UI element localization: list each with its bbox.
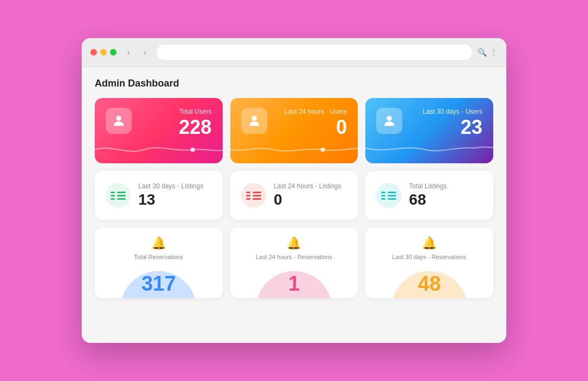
white-card-value: 0: [274, 191, 341, 208]
card-value: 23: [422, 118, 482, 137]
list-lines: [111, 192, 126, 200]
card-top: Last 30 days - Users 23: [376, 108, 482, 137]
svg-point-1: [191, 148, 195, 152]
card-24h-users: Last 24 hours - Users 0: [230, 98, 358, 163]
browser-content: Admin Dashboard Total Users 228: [82, 67, 506, 309]
more-icon: ⋮: [490, 48, 498, 57]
card-label-value: Total Users 228: [179, 108, 212, 137]
search-icon: 🔍: [477, 48, 487, 57]
card-24h-reservations: 🔔 Last 24 hours - Reservations 1: [230, 228, 358, 298]
list-dot: [111, 192, 115, 193]
list-bar: [388, 195, 396, 196]
list-bar: [388, 192, 396, 193]
white-card-content: Last 24 hours - Listings 0: [274, 182, 341, 208]
list-icon-container: [241, 183, 266, 208]
user-icon: [382, 113, 397, 128]
card-total-users: Total Users 228: [95, 98, 223, 163]
bell-icon: 🔔: [286, 236, 301, 250]
list-dot: [246, 192, 250, 193]
list-icon-container: [376, 183, 401, 208]
card-30d-listings: Last 30 days - Listings 13: [95, 171, 223, 220]
address-bar[interactable]: [157, 45, 472, 60]
reservation-label: Total Reservations: [134, 254, 183, 260]
list-dot: [381, 192, 385, 193]
user-icon-container: [376, 108, 402, 134]
card-label-value: Last 24 hours - Users 0: [285, 108, 347, 137]
white-card-value: 13: [138, 191, 203, 208]
bell-icon: 🔔: [422, 236, 437, 250]
list-dot: [111, 198, 115, 200]
white-card-label: Last 24 hours - Listings: [274, 182, 341, 190]
wave-line: [230, 142, 358, 158]
list-bar: [388, 198, 396, 200]
bell-icon: 🔔: [151, 236, 166, 250]
browser-nav: ‹ ›: [122, 46, 151, 59]
card-value: 0: [285, 118, 347, 137]
browser-chrome: ‹ › 🔍 ⋮: [82, 38, 506, 67]
card-label-value: Last 30 days - Users 23: [422, 108, 482, 137]
browser-window: ‹ › 🔍 ⋮ Admin Dashboard: [82, 38, 506, 343]
svg-point-3: [321, 148, 325, 152]
list-lines: [246, 192, 261, 200]
list-dot: [381, 195, 385, 196]
list-lines: [381, 192, 396, 200]
list-bar: [253, 195, 261, 196]
list-dot: [381, 198, 385, 200]
white-card-value: 68: [409, 191, 446, 208]
svg-point-0: [116, 116, 121, 121]
list-bar: [117, 195, 126, 196]
reservation-label: Last 30 days - Reservations: [392, 254, 466, 260]
reservation-label: Last 24 hours - Reservations: [256, 254, 333, 260]
dot-red[interactable]: [90, 49, 97, 56]
forward-button[interactable]: ›: [138, 46, 151, 59]
svg-point-4: [387, 116, 392, 121]
user-icon: [247, 113, 262, 128]
reservation-value: 317: [142, 273, 176, 298]
card-label: Total Users: [179, 108, 212, 115]
browser-actions: 🔍 ⋮: [477, 48, 498, 57]
page-title: Admin Dashboard: [95, 78, 493, 89]
list-bar: [117, 192, 126, 193]
user-icon: [111, 113, 126, 128]
white-card-content: Last 30 days - Listings 13: [138, 182, 203, 208]
card-value: 228: [179, 118, 212, 137]
card-total-listings: Total Listings 68: [365, 171, 493, 220]
card-label: Last 30 days - Users: [422, 108, 482, 115]
wave-line: [365, 142, 493, 158]
card-24h-listings: Last 24 hours - Listings 0: [230, 171, 358, 220]
svg-point-2: [252, 116, 256, 121]
card-30d-reservations: 🔔 Last 30 days - Reservations 48: [365, 228, 493, 298]
white-card-content: Total Listings 68: [409, 182, 446, 208]
wave-line: [95, 142, 223, 158]
browser-dots: [90, 49, 117, 56]
reservation-value: 1: [288, 273, 299, 298]
card-top: Last 24 hours - Users 0: [241, 108, 347, 137]
list-dot: [111, 195, 115, 196]
user-icon-container: [106, 108, 132, 134]
card-30d-users: Last 30 days - Users 23: [365, 98, 493, 163]
list-bar: [253, 198, 261, 200]
dot-green[interactable]: [110, 49, 117, 56]
list-dot: [246, 198, 250, 200]
list-icon-container: [106, 183, 131, 208]
list-bar: [117, 198, 126, 200]
back-button[interactable]: ‹: [122, 46, 135, 59]
white-card-label: Total Listings: [409, 182, 446, 190]
list-bar: [253, 192, 261, 193]
dot-yellow[interactable]: [100, 49, 107, 56]
list-dot: [246, 195, 250, 196]
reservation-value: 48: [418, 273, 441, 298]
user-icon-container: [241, 108, 267, 134]
dashboard-grid: Total Users 228: [95, 98, 493, 298]
card-total-reservations: 🔔 Total Reservations 317: [95, 228, 223, 298]
card-top: Total Users 228: [106, 108, 212, 137]
white-card-label: Last 30 days - Listings: [138, 182, 203, 190]
card-label: Last 24 hours - Users: [285, 108, 347, 115]
